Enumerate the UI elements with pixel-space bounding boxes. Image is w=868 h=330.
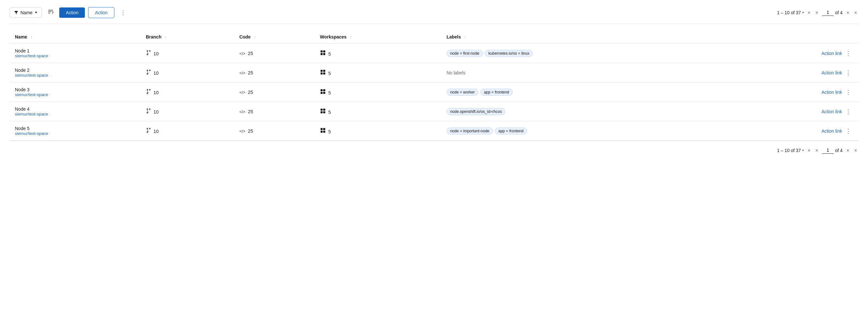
code-icon: </> — [239, 70, 246, 75]
node-sub-link[interactable]: siemur/test-space — [15, 131, 135, 136]
toolbar-more-button[interactable]: ⋮ — [118, 8, 129, 18]
svg-rect-1 — [323, 50, 325, 52]
table-row: Node 3 siemur/test-space 10 </> 25 5 nod… — [10, 82, 858, 102]
pagination-prev-button[interactable]: × — [814, 9, 819, 16]
svg-rect-17 — [323, 128, 325, 130]
action-link[interactable]: Action link — [822, 51, 842, 56]
svg-rect-15 — [323, 111, 325, 113]
row-actions: Action link ⋮ — [737, 127, 853, 135]
cell-name-1: Node 2 siemur/test-space — [10, 63, 141, 82]
branch-count: 10 — [154, 109, 159, 114]
row-more-button[interactable]: ⋮ — [843, 88, 853, 96]
data-table: Name ↕ Branch ↕ Code ↕ Workspaces ↕ Labe… — [10, 30, 858, 141]
cell-labels-0: node = first-nodekubernetes.io/os = linu… — [441, 44, 732, 63]
cell-name-3: Node 4 siemur/test-space — [10, 102, 141, 121]
branch-icon — [146, 89, 151, 95]
node-name: Node 1 — [15, 48, 135, 54]
label-badge: node = worker — [446, 89, 478, 96]
cell-labels-2: node = workerapp = frontend — [441, 82, 732, 102]
col-header-workspaces: Workspaces ↕ — [315, 30, 441, 44]
cell-branch-0: 10 — [141, 44, 234, 63]
sort-branch-icon[interactable]: ↕ — [164, 35, 166, 39]
pagination-bottom-range-dropdown[interactable]: 1 – 10 of 37 ▾ — [777, 148, 804, 153]
pagination-range: 1 – 10 of 37 — [777, 10, 801, 15]
code-count: 25 — [248, 70, 253, 75]
pagination-last-button[interactable]: × — [853, 9, 858, 16]
pagination-next-button[interactable]: × — [845, 9, 850, 16]
svg-rect-18 — [321, 130, 322, 132]
page-bottom-number-input[interactable] — [822, 147, 834, 154]
node-sub-link[interactable]: siemur/test-space — [15, 73, 135, 78]
cell-labels-1: No labels — [441, 63, 732, 82]
svg-rect-6 — [321, 72, 322, 74]
labels-list: node.openshift.io/os_id=rhcos — [446, 108, 727, 115]
node-sub-link[interactable]: siemur/test-space — [15, 111, 135, 117]
branch-icon — [146, 70, 151, 76]
code-icon: </> — [239, 129, 246, 134]
pagination-range-dropdown[interactable]: 1 – 10 of 37 ▾ — [777, 10, 804, 15]
table-row: Node 2 siemur/test-space 10 </> 25 5 No … — [10, 63, 858, 82]
cell-ws-2: 5 — [315, 82, 441, 102]
no-labels-text: No labels — [446, 70, 465, 75]
sort-name-icon[interactable]: ↕ — [30, 35, 32, 39]
page-number-input[interactable] — [822, 9, 834, 16]
row-more-button[interactable]: ⋮ — [843, 69, 853, 77]
pagination-bottom-prev-x-button[interactable]: × — [806, 147, 812, 154]
action-outline-button[interactable]: Action — [88, 7, 114, 18]
col-header-labels: Labels ↕ — [441, 30, 732, 44]
cell-ws-0: 5 — [315, 44, 441, 63]
action-link[interactable]: Action link — [822, 109, 842, 114]
sort-ws-icon[interactable]: ↕ — [350, 35, 352, 39]
labels-list: node = first-nodekubernetes.io/os = linu… — [446, 50, 727, 57]
table-header-row: Name ↕ Branch ↕ Code ↕ Workspaces ↕ Labe… — [10, 30, 858, 44]
table-row: Node 4 siemur/test-space 10 </> 25 5 nod… — [10, 102, 858, 121]
sort-labels-icon[interactable]: ↕ — [464, 35, 466, 39]
sort-button[interactable] — [45, 6, 56, 19]
labels-list: node = workerapp = frontend — [446, 89, 727, 96]
node-sub-link[interactable]: siemur/test-space — [15, 92, 135, 97]
filter-button[interactable]: Name ▼ — [10, 7, 42, 18]
row-actions: Action link ⋮ — [737, 49, 853, 58]
cell-branch-1: 10 — [141, 63, 234, 82]
action-primary-button[interactable]: Action — [59, 7, 85, 18]
action-link[interactable]: Action link — [822, 70, 842, 75]
label-badge: node = first-node — [446, 50, 483, 57]
filter-arrow: ▼ — [34, 11, 37, 14]
action-link[interactable]: Action link — [822, 128, 842, 134]
svg-rect-19 — [323, 130, 325, 132]
action-link[interactable]: Action link — [822, 90, 842, 95]
branch-icon — [146, 108, 151, 114]
sort-code-icon[interactable]: ↕ — [254, 35, 256, 39]
row-more-button[interactable]: ⋮ — [843, 127, 853, 135]
pagination-bottom-last-button[interactable]: × — [853, 147, 858, 154]
row-more-button[interactable]: ⋮ — [843, 107, 853, 116]
cell-branch-2: 10 — [141, 82, 234, 102]
pagination-prev-x-button[interactable]: × — [806, 9, 812, 16]
ws-count: 5 — [329, 71, 331, 76]
svg-rect-5 — [323, 70, 325, 71]
col-header-code: Code ↕ — [234, 30, 315, 44]
cell-actions-3: Action link ⋮ — [732, 102, 858, 121]
workspace-icon — [320, 50, 326, 57]
node-name: Node 2 — [15, 68, 135, 73]
cell-code-2: </> 25 — [234, 82, 315, 102]
svg-rect-14 — [321, 111, 322, 113]
pagination-bottom-next-button[interactable]: × — [845, 147, 850, 154]
cell-actions-1: Action link ⋮ — [732, 63, 858, 82]
cell-branch-4: 10 — [141, 121, 234, 141]
row-more-button[interactable]: ⋮ — [843, 49, 853, 58]
code-icon: </> — [239, 51, 246, 56]
branch-count: 10 — [154, 129, 159, 134]
labels-list: node = important-nodeapp = frontend — [446, 128, 727, 135]
branch-count: 10 — [154, 51, 159, 56]
pagination-bottom-prev-button[interactable]: × — [814, 147, 819, 154]
table-row: Node 5 siemur/test-space 10 </> 25 5 nod… — [10, 121, 858, 141]
code-count: 25 — [248, 51, 253, 56]
row-actions: Action link ⋮ — [737, 69, 853, 77]
code-icon: </> — [239, 90, 246, 95]
workspace-icon — [320, 128, 326, 135]
workspace-icon — [320, 89, 326, 96]
code-count: 25 — [248, 128, 253, 134]
node-sub-link[interactable]: siemur/test-space — [15, 54, 135, 58]
cell-code-3: </> 25 — [234, 102, 315, 121]
